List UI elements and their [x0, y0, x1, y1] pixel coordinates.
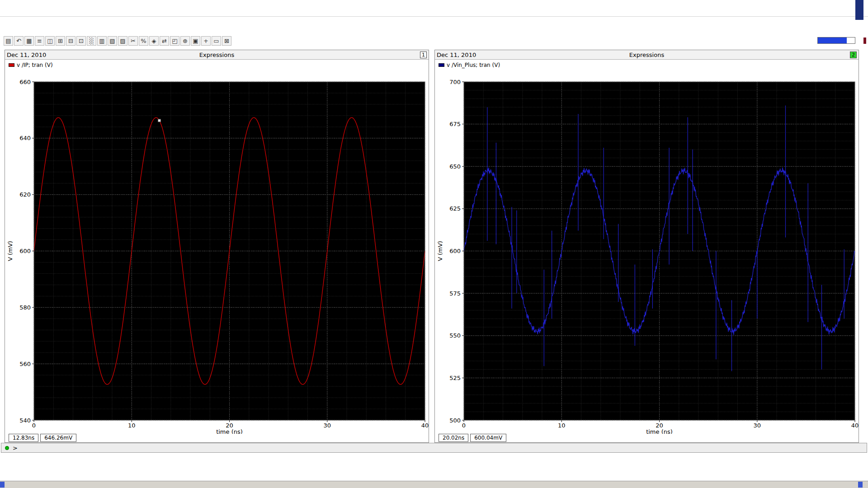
y-tick-label: 575 — [449, 290, 461, 296]
trace-legend[interactable]: v /IP; tran (V) — [5, 60, 429, 70]
panel-title: Expressions — [629, 52, 664, 58]
panel-title: Expressions — [199, 52, 234, 58]
y-tick-label: 600 — [19, 248, 31, 254]
x-tick-label: 20 — [656, 422, 663, 429]
x-tick-label: 0 — [32, 422, 36, 429]
app-window: { "colors": { "red_trace": "#dd0000", "b… — [0, 0, 868, 488]
command-prompt[interactable]: > — [13, 445, 18, 451]
x-tick-label: 20 — [226, 422, 233, 429]
progress-bar — [817, 37, 855, 44]
script-icon[interactable]: ░ — [87, 36, 96, 46]
panel-date: Dec 11, 2010 — [437, 52, 629, 58]
panel-date: Dec 11, 2010 — [7, 52, 199, 58]
print-icon[interactable]: ▤ — [4, 36, 13, 46]
command-bar[interactable]: > — [1, 443, 867, 453]
diamond-marker-icon[interactable]: ◈ — [149, 36, 159, 46]
cursor-time-readout: 20.02ns — [439, 434, 468, 442]
y-tick-label: 640 — [19, 135, 31, 141]
x-tick-label: 0 — [462, 422, 466, 429]
hlines-icon[interactable]: ≡ — [35, 36, 44, 46]
toolbar: ▤↶▦≡◫⊞⊟⊡░▥▧▨✂%◈⇄◰⊕▣+▭⊠ — [4, 36, 231, 46]
trace-legend[interactable]: v /Vin_Plus; tran (V) — [435, 60, 859, 70]
y-tick-label: 560 — [19, 360, 31, 367]
undo-icon[interactable]: ↶ — [14, 36, 24, 46]
overlay-icon[interactable]: ▧ — [108, 36, 117, 46]
bottom-window-strip — [0, 481, 868, 488]
fit-view-icon[interactable]: ▣ — [191, 36, 200, 46]
window-badge[interactable]: 2 — [850, 52, 857, 58]
y-tick-label: 675 — [449, 121, 461, 127]
select-box-icon[interactable]: ▭ — [212, 36, 221, 46]
legend-swatch-icon — [439, 63, 444, 67]
copy-icon[interactable]: ⊞ — [56, 36, 65, 46]
status-row: 20.02ns 600.04mV — [435, 434, 859, 442]
window-title-strip — [0, 0, 868, 17]
panel-header: Dec 11, 2010 Expressions 1 — [5, 50, 429, 60]
waveform-plot[interactable]: 540560580600620640660010203040time (ns)V… — [5, 70, 429, 434]
cut-icon[interactable]: ✂ — [128, 36, 138, 46]
percent-icon[interactable]: % — [139, 36, 148, 46]
x-axis-label: time (ns) — [646, 428, 673, 434]
y-axis-label: V (mV) — [7, 241, 14, 261]
y-tick-label: 525 — [449, 375, 461, 381]
cursor-marker[interactable] — [158, 119, 160, 122]
y-tick-label: 660 — [19, 78, 31, 85]
x-tick-label: 40 — [421, 422, 429, 429]
legend-label: v /Vin_Plus; tran (V) — [447, 62, 500, 68]
y-tick-label: 620 — [19, 191, 31, 198]
panel-left: Dec 11, 2010 Expressions 1 v /IP; tran (… — [5, 50, 429, 443]
crosshair-icon[interactable]: + — [201, 36, 211, 46]
panel-right: Dec 11, 2010 Expressions 2 v /Vin_Plus; … — [434, 50, 859, 443]
status-led-icon — [5, 446, 9, 450]
close-box-icon[interactable]: ⊠ — [222, 36, 231, 46]
paste-left-icon[interactable]: ⊟ — [66, 36, 75, 46]
zoom-box-icon[interactable]: ◰ — [170, 36, 179, 46]
y-tick-label: 650 — [449, 163, 461, 169]
bottom-right-accent — [858, 482, 863, 488]
paste-right-icon[interactable]: ⊡ — [76, 36, 86, 46]
corner-accent-block — [855, 0, 863, 20]
grid-icon[interactable]: ▦ — [24, 36, 34, 46]
legend-label: v /IP; tran (V) — [17, 62, 53, 68]
cursor-value-readout: 646.26mV — [40, 434, 76, 442]
y-tick-label: 625 — [449, 205, 461, 212]
bottom-left-accent — [0, 482, 5, 488]
swap-axes-icon[interactable]: ⇄ — [160, 36, 169, 46]
pan-icon[interactable]: ⊕ — [180, 36, 190, 46]
y-tick-label: 540 — [19, 417, 31, 423]
x-tick-label: 10 — [558, 422, 566, 429]
panels-container: Dec 11, 2010 Expressions 1 v /IP; tran (… — [5, 50, 859, 443]
progress-bar-fill — [818, 38, 847, 43]
x-tick-label: 30 — [754, 422, 761, 429]
image-icon[interactable]: ▨ — [118, 36, 127, 46]
y-tick-label: 600 — [449, 248, 461, 254]
waveform-plot[interactable]: 500525550575600625650675700010203040time… — [435, 70, 859, 434]
status-row: 12.83ns 646.26mV — [5, 434, 429, 442]
y-tick-label: 580 — [19, 304, 31, 310]
y-tick-label: 500 — [449, 417, 461, 423]
x-axis-label: time (ns) — [216, 428, 243, 434]
x-tick-label: 10 — [128, 422, 136, 429]
y-tick-label: 700 — [449, 78, 461, 85]
y-tick-label: 550 — [449, 332, 461, 339]
windows-icon[interactable]: ◫ — [45, 36, 55, 46]
cursor-time-readout: 12.83ns — [9, 434, 38, 442]
x-tick-label: 30 — [324, 422, 331, 429]
panel-header: Dec 11, 2010 Expressions 2 — [435, 50, 859, 60]
strip-chart-icon[interactable]: ▥ — [97, 36, 107, 46]
y-axis-label: V (mV) — [437, 241, 443, 261]
window-badge[interactable]: 1 — [420, 52, 427, 58]
cursor-value-readout: 600.04mV — [470, 434, 506, 442]
x-tick-label: 40 — [851, 422, 859, 429]
legend-swatch-icon — [9, 63, 14, 67]
window-edge-mark — [863, 38, 866, 44]
